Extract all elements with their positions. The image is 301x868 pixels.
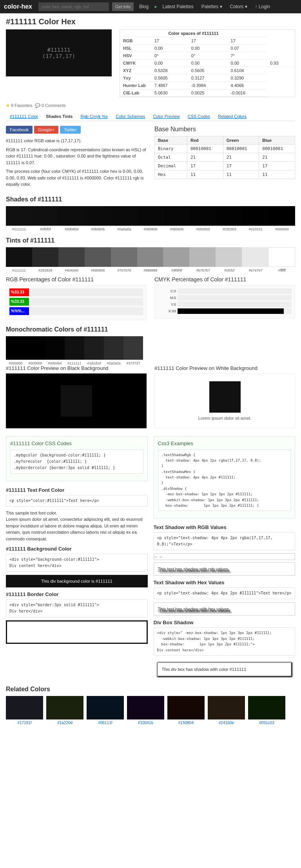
- related-color-item[interactable]: #150804: [167, 696, 205, 725]
- mono-swatch[interactable]: [65, 336, 84, 360]
- css-section-title: #111111 Color CSS Codes: [10, 440, 143, 446]
- social-base-section: Facebook Google+ Twitter #111111 color R…: [6, 126, 295, 190]
- shadow-rgb-title: Text Shadow with RGB Values: [154, 524, 296, 530]
- font-color-desc: This sample text font color. Lorem ipsum…: [6, 510, 148, 542]
- login-link[interactable]: ↑ Login: [253, 4, 273, 9]
- color-hex-display: #111111: [47, 47, 70, 53]
- latest-palettes-link[interactable]: Latest Palettes: [160, 4, 196, 9]
- shadow-hex-preview: This text has shadow with hex values.: [154, 602, 296, 616]
- font-color-code: <p style="color:#111111">Text here</p>: [6, 495, 148, 507]
- shade-label: #010101: [243, 227, 269, 231]
- google-button[interactable]: Google+: [34, 126, 58, 134]
- search-input[interactable]: [38, 2, 109, 11]
- tint-label: #585858: [85, 268, 111, 272]
- tint-swatch[interactable]: [111, 247, 137, 267]
- tint-swatch[interactable]: [32, 247, 58, 267]
- blog-link[interactable]: Blog: [137, 4, 151, 9]
- tint-swatch[interactable]: [189, 247, 216, 267]
- shade-swatch[interactable]: [32, 206, 58, 226]
- tint-label: #ffffff: [269, 268, 295, 272]
- shade-swatch[interactable]: [164, 206, 190, 226]
- white-preview-title: #111111 Color Preview on White Backgroun…: [154, 365, 295, 371]
- mono-swatch[interactable]: [104, 336, 123, 360]
- mono-swatch[interactable]: [84, 336, 104, 360]
- tab-shades-tints[interactable]: Shades Tints: [42, 112, 76, 121]
- get-info-button[interactable]: Get Info: [112, 2, 134, 11]
- shade-swatch[interactable]: [85, 206, 111, 226]
- percentage-section: RGB Percentages of Color #111111 %33.33%…: [6, 276, 295, 320]
- related-colors: #17181f#1a220d#06111f#10041b#150804#241b…: [6, 696, 295, 725]
- favorites-count[interactable]: 9 Favorites: [11, 103, 32, 108]
- related-label: #241b0e: [219, 721, 234, 725]
- color-spaces-table: Color spaces of #111111 RGB171717HSL0.00…: [120, 29, 295, 97]
- related-label: #10041b: [138, 721, 153, 725]
- palettes-dropdown[interactable]: Palettes ▾: [199, 4, 225, 9]
- mono-bar[interactable]: [6, 336, 143, 360]
- color-on-white: [209, 381, 241, 413]
- shades-title: Shades of #111111: [6, 196, 295, 203]
- tint-label: #404040: [58, 268, 85, 272]
- rgb-line: #111111 color RGB value is (17,17,17).: [6, 138, 147, 144]
- tab-color-preview[interactable]: Color Preview: [149, 112, 183, 121]
- shade-swatch[interactable]: [216, 206, 243, 226]
- shade-swatch[interactable]: [111, 206, 137, 226]
- tint-swatch[interactable]: [268, 247, 295, 267]
- comments-count[interactable]: 0 Comments: [42, 103, 66, 108]
- tint-swatch[interactable]: [242, 247, 268, 267]
- tab-css-codes[interactable]: CSS Codes: [184, 112, 214, 121]
- mono-swatch[interactable]: [123, 336, 143, 360]
- related-color-item[interactable]: #10041b: [127, 696, 164, 725]
- shade-swatch[interactable]: [6, 206, 32, 226]
- rgb-bar-row: %33.33: [9, 298, 143, 306]
- tab-rgb-cmyk[interactable]: Rgb Cmyk %s: [76, 112, 112, 121]
- css3-code-block: .textShadowRgb { text-shadow: 4px 4px 2p…: [158, 449, 291, 511]
- mono-swatch[interactable]: [6, 336, 25, 360]
- related-color-item[interactable]: #1a220d: [46, 696, 83, 725]
- tint-swatch[interactable]: [137, 247, 163, 267]
- css3-section: Css3 Examples .textShadowRgb { text-shad…: [154, 436, 296, 519]
- tab-color[interactable]: #111111 Color: [6, 112, 42, 121]
- shades-bar[interactable]: [6, 206, 295, 226]
- rgb-percentage-col: RGB Percentages of Color #111111 %33.33%…: [6, 276, 147, 320]
- color-space-row: XYZ0.53280.56050.6104: [120, 67, 295, 74]
- tab-related-colors[interactable]: Related Colors: [214, 112, 250, 121]
- mono-swatch[interactable]: [45, 336, 65, 360]
- base-numbers-table: Base Red Green Blue Binary00010001000100…: [154, 136, 295, 179]
- mono-label: #000000: [6, 361, 25, 365]
- color-space-row: Hunter Lab7.4867-0.39844.4066: [120, 82, 295, 89]
- bg-color-title: #111111 Background Color: [6, 546, 148, 552]
- tint-swatch[interactable]: [216, 247, 242, 267]
- base-row: Octal212121: [155, 153, 295, 162]
- white-preview-col: #111111 Color Preview on White Backgroun…: [154, 365, 295, 428]
- mono-swatch[interactable]: [25, 336, 45, 360]
- logo[interactable]: color-hex: [4, 3, 32, 10]
- related-color-item[interactable]: #17181f: [6, 696, 43, 725]
- tab-color-schemes[interactable]: Color Schemes: [112, 112, 149, 121]
- star-icon: ★: [6, 103, 10, 108]
- shade-label: #060606: [164, 227, 190, 231]
- shade-swatch[interactable]: [243, 206, 269, 226]
- shade-swatch[interactable]: [137, 206, 163, 226]
- tint-swatch[interactable]: [163, 247, 189, 267]
- related-color-item[interactable]: #241b0e: [208, 696, 245, 725]
- cmyk-bars: C:0M:0Y:0K:93: [154, 285, 295, 319]
- tint-swatch[interactable]: [6, 247, 32, 267]
- shadow-hex-code: <p style="text-shadow: 4px 4px 2px #1111…: [154, 587, 296, 599]
- related-color-item[interactable]: #091c03: [248, 696, 285, 725]
- tint-swatch[interactable]: [58, 247, 85, 267]
- tint-label: #888888: [137, 268, 163, 272]
- facebook-button[interactable]: Facebook: [6, 126, 33, 134]
- shade-swatch[interactable]: [58, 206, 85, 226]
- tints-bar[interactable]: [6, 247, 295, 267]
- font-color-title: #111111 Text Font Color: [6, 487, 148, 493]
- box-shadow-code: <div style=" -moz-box-shadow: 1px 1px 3p…: [154, 627, 296, 656]
- tint-swatch[interactable]: [85, 247, 111, 267]
- colors-dropdown[interactable]: Colors ▾: [228, 4, 250, 9]
- cmyk-bar-row: C:0: [158, 288, 292, 294]
- related-color-item[interactable]: #06111f: [87, 696, 124, 725]
- process-desc: The process color (four color CMYK) of #…: [6, 168, 147, 188]
- twitter-button[interactable]: Twitter: [60, 126, 80, 134]
- rgb-bar-fill: %%%...: [9, 307, 29, 315]
- shade-swatch[interactable]: [269, 206, 295, 226]
- shade-swatch[interactable]: [190, 206, 216, 226]
